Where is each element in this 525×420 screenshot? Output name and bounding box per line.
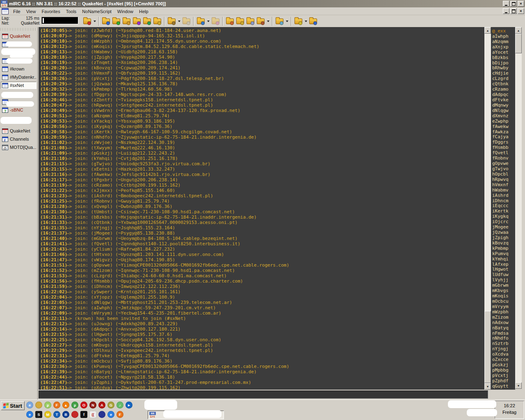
messenger-icon[interactable]: M bbox=[44, 411, 51, 418]
nicklist-item[interactable]: pVcxtj bbox=[492, 373, 515, 378]
nicklist-item[interactable]: pMpbbg bbox=[492, 368, 515, 373]
menu-item[interactable]: Tools bbox=[63, 8, 80, 15]
nicklist-item[interactable]: kPumvq bbox=[492, 251, 515, 256]
sound-icon[interactable] bbox=[210, 16, 221, 26]
nicklist-item[interactable]: kYmhqi bbox=[492, 256, 515, 262]
switchbar-item-censored-6[interactable] bbox=[1, 114, 37, 122]
toolbar-dropdown-arrow[interactable] bbox=[177, 16, 181, 26]
firefox-2-icon[interactable]: F bbox=[116, 411, 123, 418]
editor-icon[interactable] bbox=[256, 16, 266, 26]
ie-document-icon[interactable]: e bbox=[26, 402, 33, 409]
switchbar-item-censored-2[interactable] bbox=[1, 49, 37, 56]
bluetooth-icon[interactable]: B bbox=[62, 411, 69, 418]
nicklist-item[interactable]: nYjngj bbox=[492, 346, 515, 352]
nicklist-item[interactable]: fCajya bbox=[492, 134, 515, 139]
nicklist-item[interactable]: cRzamo bbox=[492, 87, 515, 92]
nicklist-item[interactable]: aYocet bbox=[492, 50, 515, 55]
minimize-button[interactable] bbox=[503, 1, 509, 7]
nicklist-item[interactable]: oXcdva bbox=[492, 352, 515, 357]
toolbar-dropdown-arrow[interactable] bbox=[92, 16, 97, 26]
switchbar-item-quakenet-status[interactable]: QuakeNet bbox=[1, 32, 37, 40]
nicklist-item[interactable]: kBovzq bbox=[492, 240, 515, 246]
child-close-button[interactable]: × bbox=[518, 8, 524, 14]
nicklist-item[interactable]: mKoqis bbox=[492, 293, 515, 299]
nicklist-item[interactable]: jQzwaa bbox=[492, 230, 515, 235]
toolbar-dropdown-arrow[interactable] bbox=[304, 16, 308, 26]
nicklist-item[interactable]: fQvetl bbox=[492, 150, 515, 155]
burner-gold-icon[interactable] bbox=[35, 402, 42, 409]
switchbar-item-mydatenkr[interactable]: #MyDatenkr... bbox=[1, 73, 37, 81]
scroll-down-arrow-icon[interactable]: ▼ bbox=[515, 382, 522, 389]
restore-button[interactable] bbox=[510, 1, 517, 7]
menu-item[interactable]: NoNameScript bbox=[79, 8, 114, 15]
nicklist-item[interactable]: hRpwvq bbox=[492, 177, 515, 182]
nicklist-item[interactable]: gOpvwe bbox=[492, 161, 515, 166]
toolbar-dropdown-arrow[interactable] bbox=[266, 16, 270, 26]
menu-item[interactable]: View bbox=[23, 8, 39, 15]
media-player-icon[interactable]: ► bbox=[126, 402, 132, 409]
thunderbird-icon[interactable]: T bbox=[53, 411, 60, 418]
dcc-get-icon[interactable] bbox=[235, 16, 245, 26]
options-icon[interactable] bbox=[101, 16, 111, 26]
switchbar-item-censored-5[interactable] bbox=[1, 98, 37, 105]
scroll-up-arrow-icon[interactable]: ▲ bbox=[515, 27, 522, 34]
channels-list-icon[interactable] bbox=[111, 16, 121, 26]
nicklist-item[interactable]: kPmbmp bbox=[492, 246, 515, 251]
mail-icon[interactable] bbox=[196, 16, 206, 26]
vlc-icon[interactable]: ▲ bbox=[62, 402, 69, 409]
music-icon[interactable]: ♪ bbox=[116, 402, 123, 409]
switchbar-item-krown[interactable]: #krown bbox=[1, 65, 37, 73]
nicklist-item[interactable]: lVyhjj bbox=[492, 277, 515, 283]
nicklist-item[interactable]: mZizom bbox=[492, 315, 515, 320]
nicklist-item[interactable]: hVmxnf bbox=[492, 182, 515, 187]
nicklist-item[interactable]: bRhwby bbox=[492, 65, 515, 71]
steam-icon[interactable]: S bbox=[35, 411, 42, 418]
switchbar-item-motd[interactable]: MOTD[Qua... bbox=[1, 144, 37, 151]
nicklist-item[interactable]: dMqnwy bbox=[492, 103, 515, 108]
nicklist-item[interactable]: nAdxow bbox=[492, 320, 515, 325]
scroll-down-arrow-icon[interactable]: ▼ bbox=[484, 383, 491, 390]
nicklist-item[interactable]: jMogee bbox=[492, 224, 515, 230]
globe-sphere-icon[interactable] bbox=[98, 411, 105, 418]
disconnect-icon[interactable] bbox=[152, 16, 162, 26]
ie-icon[interactable]: e bbox=[26, 411, 33, 418]
info-icon[interactable] bbox=[308, 16, 318, 26]
nicklist-item[interactable]: @_exx bbox=[492, 28, 515, 34]
nicklist-item[interactable]: fHsmbb bbox=[492, 145, 515, 150]
scripts-icon[interactable] bbox=[245, 16, 256, 26]
nicklist-item[interactable]: cQtbnk bbox=[492, 81, 515, 87]
child-minimize-button[interactable] bbox=[503, 8, 509, 14]
nicklist-item[interactable]: lAfxep bbox=[492, 262, 515, 267]
firefox-icon[interactable]: F bbox=[53, 402, 60, 409]
ie-2-icon[interactable]: e bbox=[107, 411, 114, 418]
nicklist-item[interactable]: qGuytt bbox=[492, 383, 515, 389]
nicklist-item[interactable]: eZwphp bbox=[492, 119, 515, 124]
channel-window-system-icon[interactable] bbox=[2, 8, 9, 14]
nicklist-item[interactable]: aIwhph bbox=[492, 34, 515, 39]
start-button[interactable]: Start bbox=[1, 401, 25, 410]
acrobat-icon[interactable]: A bbox=[98, 402, 105, 409]
winamp-icon[interactable]: (( bbox=[89, 411, 96, 418]
red-app-icon[interactable] bbox=[71, 411, 78, 418]
nick-list[interactable]: @_exxaIwhphaNzqmmaXnjxpaYocetbBzkbsbDijp… bbox=[491, 27, 515, 390]
nicklist-item[interactable]: mGbrwm bbox=[492, 283, 515, 288]
chat-scrollbar-thumb[interactable] bbox=[484, 311, 491, 383]
nicklist-item[interactable]: cHdjie bbox=[492, 71, 515, 76]
nicklist-item[interactable]: jZpigh bbox=[492, 235, 515, 240]
nicklist-item[interactable]: dXmvnz bbox=[492, 113, 515, 119]
channel-message-area[interactable]: (16:20:05)—> join: (zJwbfd) (~Ypsdh@80.r… bbox=[39, 27, 484, 390]
taskbar-mirc-window-button[interactable]: nn irc bbox=[148, 411, 224, 419]
nicklist-item[interactable]: nSztrb bbox=[492, 341, 515, 346]
query-icon[interactable] bbox=[121, 16, 132, 26]
toolbar-dropdown-arrow[interactable] bbox=[206, 16, 210, 26]
favorites-icon[interactable] bbox=[132, 16, 142, 26]
message-input[interactable] bbox=[39, 390, 488, 399]
switchbar-item-censored-1[interactable] bbox=[1, 41, 37, 48]
switchbar-item-censored-3[interactable] bbox=[1, 57, 37, 64]
dcc-send-icon[interactable] bbox=[225, 16, 235, 26]
nicklist-item[interactable]: mWzpbh bbox=[492, 309, 515, 315]
opera-icon[interactable]: O bbox=[80, 402, 87, 409]
menu-item[interactable]: Favorites bbox=[39, 8, 63, 15]
switchbar-item-quakenet-2[interactable]: QuakeNet bbox=[1, 127, 37, 135]
nicklist-item[interactable]: gTwjvo bbox=[492, 166, 515, 171]
